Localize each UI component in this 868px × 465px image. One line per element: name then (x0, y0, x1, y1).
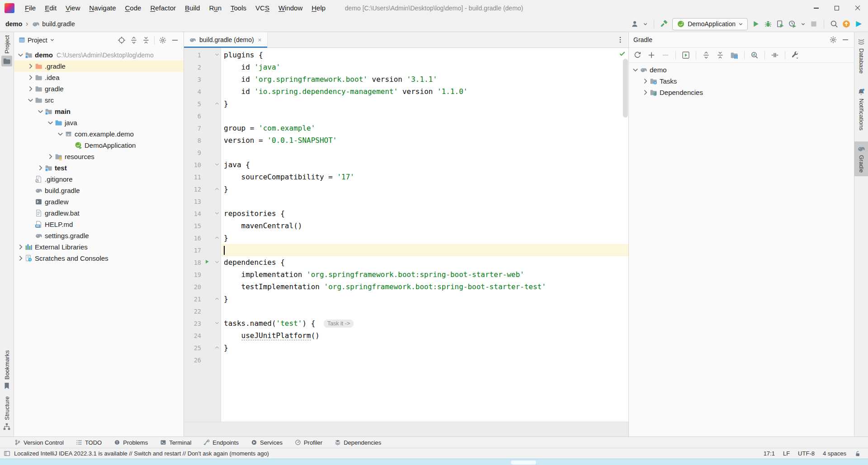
editor-options-icon[interactable] (617, 36, 624, 43)
code-line-9[interactable]: 9 (184, 146, 628, 159)
code-line-21[interactable]: 21} (184, 293, 628, 305)
settings-wrench-icon[interactable] (791, 51, 799, 59)
tree-item-help-md[interactable]: MDHELP.md (14, 219, 184, 230)
menu-navigate[interactable]: Navigate (85, 0, 120, 16)
chevron-down-icon[interactable] (37, 108, 44, 115)
fold-close-icon[interactable] (214, 296, 220, 301)
collapse-all-icon[interactable] (716, 51, 724, 59)
menu-build[interactable]: Build (180, 0, 204, 16)
chevron-right-icon[interactable] (47, 153, 54, 160)
code-line-25[interactable]: 25} (184, 342, 628, 354)
debug-button[interactable] (764, 20, 772, 28)
code-line-17[interactable]: 17 (184, 244, 628, 256)
code-line-23[interactable]: 23tasks.named('test') { Task it -> (184, 317, 628, 329)
code-line-3[interactable]: 3 id 'org.springframework.boot' version … (184, 73, 628, 85)
offline-icon[interactable] (771, 51, 779, 59)
menu-refactor[interactable]: Refactor (146, 0, 180, 16)
run-with-coverage-button[interactable] (776, 20, 784, 28)
tree-item-gradlew[interactable]: gradlew (14, 196, 184, 207)
toolwindow-button-profiler[interactable]: Profiler (295, 439, 322, 446)
tree-item-com-example-demo[interactable]: com.example.demo (14, 128, 184, 140)
tree-item-scratches-and-consoles[interactable]: Scratches and Consoles (14, 253, 184, 264)
menu-file[interactable]: File (20, 0, 40, 16)
breadcrumb-item-project[interactable]: demo (5, 20, 22, 28)
fold-open-icon[interactable] (214, 162, 220, 167)
build-project-button[interactable] (660, 20, 668, 28)
code-line-24[interactable]: 24 useJUnitPlatform() (184, 329, 628, 342)
tree-item-java[interactable]: java (14, 117, 184, 128)
code-line-26[interactable]: 26 (184, 354, 628, 366)
tree-item-test[interactable]: test (14, 162, 184, 174)
tree-item--gradle[interactable]: .gradle (14, 61, 184, 72)
tree-item-dependencies[interactable]: Dependencies (629, 87, 854, 98)
line-separator-widget[interactable]: LF (783, 450, 790, 457)
tree-item-build-gradle[interactable]: build.gradle (14, 185, 184, 196)
toolwindow-toggle-icon[interactable] (4, 450, 10, 457)
locate-icon[interactable] (118, 36, 126, 44)
code-line-19[interactable]: 19 implementation 'org.springframework.b… (184, 268, 628, 281)
code-line-18[interactable]: 18dependencies { (184, 256, 628, 268)
code-line-11[interactable]: 11 sourceCompatibility = '17' (184, 171, 628, 183)
search-everywhere-icon[interactable] (830, 20, 838, 28)
fold-open-icon[interactable] (214, 320, 220, 326)
inspections-ok-icon[interactable] (619, 50, 626, 57)
run-task-icon[interactable] (682, 51, 690, 59)
tree-item-main[interactable]: main (14, 106, 184, 117)
code-line-13[interactable]: 13 (184, 195, 628, 207)
indent-widget[interactable]: 4 spaces (823, 450, 846, 457)
settings-icon[interactable] (159, 36, 167, 44)
menu-vcs[interactable]: VCS (251, 0, 274, 16)
chevron-right-icon[interactable] (27, 62, 34, 70)
close-tab-icon[interactable] (257, 38, 262, 42)
fold-close-icon[interactable] (214, 235, 220, 240)
toolwindow-button-terminal[interactable]: Terminal (160, 439, 191, 446)
tree-item-demo[interactable]: demoC:\Users\Admin\Desktop\log\demo (14, 49, 184, 61)
tree-item--idea[interactable]: .idea (14, 72, 184, 83)
tree-item-gradle[interactable]: gradle (14, 83, 184, 94)
chevron-right-icon[interactable] (27, 74, 34, 81)
project-panel-title[interactable]: Project (28, 37, 47, 44)
profiler-button[interactable] (788, 20, 797, 28)
encoding-widget[interactable]: UTF-8 (798, 450, 815, 457)
read-only-lock-icon[interactable] (854, 451, 861, 457)
hide-panel-icon[interactable] (841, 36, 849, 44)
toolwindow-button-structure[interactable]: Structure (3, 393, 11, 434)
profile-icon[interactable] (631, 20, 639, 28)
tree-item-src[interactable]: src (14, 94, 184, 106)
refresh-icon[interactable] (633, 51, 642, 59)
group-modules-icon[interactable] (730, 51, 738, 59)
menu-edit[interactable]: Edit (40, 0, 61, 16)
tree-item-external-libraries[interactable]: External Libraries (14, 241, 184, 253)
toolwindow-button-services[interactable]: Services (251, 439, 283, 446)
tree-item-settings-gradle[interactable]: settings.gradle (14, 230, 184, 241)
toolwindow-button-project[interactable]: Project (1, 32, 12, 70)
code-line-22[interactable]: 22 (184, 305, 628, 317)
remove-icon[interactable] (661, 51, 670, 59)
toolwindow-button-dependencies[interactable]: Dependencies (335, 439, 381, 446)
chevron-right-icon[interactable] (642, 89, 649, 96)
menu-run[interactable]: Run (204, 0, 226, 16)
project-view-dropdown-icon[interactable] (50, 38, 55, 42)
menu-tools[interactable]: Tools (226, 0, 251, 16)
minimize-button[interactable] (806, 0, 826, 16)
code-line-4[interactable]: 4 id 'io.spring.dependency-management' v… (184, 85, 628, 98)
toolwindow-button-gradle[interactable]: Gradle (854, 141, 868, 176)
code-line-8[interactable]: 8version = '0.0.1-SNAPSHOT' (184, 134, 628, 146)
chevron-down-icon[interactable] (17, 51, 24, 59)
code-line-2[interactable]: 2 id 'java' (184, 61, 628, 73)
menu-window[interactable]: Window (274, 0, 307, 16)
toolwindow-button-database[interactable]: Database (854, 35, 868, 77)
code-line-5[interactable]: 5} (184, 98, 628, 110)
tree-item-gradlew-bat[interactable]: gradlew.bat (14, 207, 184, 219)
run-line-icon[interactable] (204, 259, 210, 264)
chevron-down-icon[interactable] (57, 130, 64, 138)
chevron-right-icon[interactable] (17, 254, 24, 262)
editor-scrollbar[interactable] (623, 59, 628, 117)
collapse-all-icon[interactable] (142, 36, 150, 44)
menu-help[interactable]: Help (307, 0, 330, 16)
expand-all-icon[interactable] (702, 51, 710, 59)
menu-view[interactable]: View (61, 0, 85, 16)
add-icon[interactable] (647, 51, 656, 59)
tree-item-demoapplication[interactable]: DemoApplication (14, 140, 184, 151)
code-line-16[interactable]: 16} (184, 232, 628, 244)
